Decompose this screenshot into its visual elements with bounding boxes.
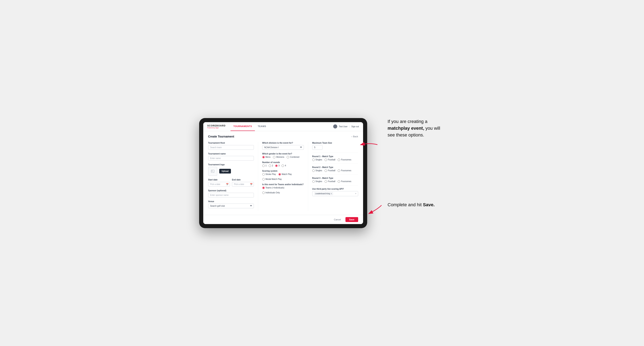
- round1-singles[interactable]: Singles: [312, 159, 322, 161]
- annotations: If you are creating a matchplay event, y…: [376, 118, 445, 220]
- page-wrapper: SCOREBOARD Powered by clippt TOURNAMENTS…: [199, 118, 445, 228]
- round-4[interactable]: 4: [282, 165, 286, 167]
- arrow-annotation-bottom: [367, 203, 384, 216]
- round-2[interactable]: 2: [268, 165, 273, 167]
- start-date-label: Start date: [208, 179, 230, 181]
- logo-title: SCOREBOARD: [207, 125, 226, 127]
- nav-tabs: TOURNAMENTS TEAMS: [230, 122, 333, 131]
- round3-match-type-section: Round 3 - Match Type Singles Fourball: [312, 177, 358, 183]
- logo-upload-area: Upload: [208, 167, 254, 176]
- separator-1: [312, 153, 358, 153]
- gender-radio-group: Mens Womens Combined: [262, 156, 304, 158]
- annotation-bottom: Complete and hit Save.: [388, 201, 445, 208]
- round2-fourball[interactable]: Fourball: [324, 170, 335, 172]
- separator-4: [312, 185, 358, 185]
- sponsor-section: Sponsor (optional): [208, 189, 254, 197]
- teams-option[interactable]: Teams (+Individuals): [262, 187, 284, 189]
- rounds-radio-group: 1 2 3: [262, 165, 304, 167]
- round1-label: Round 1 - Match Type: [312, 155, 358, 158]
- tournament-logo-label: Tournament logo: [208, 164, 254, 166]
- venue-section: Venue Search golf club: [208, 200, 254, 208]
- round1-match-type-section: Round 1 - Match Type Singles Fourball: [312, 155, 358, 161]
- rounds-label: Number of rounds: [262, 161, 304, 164]
- tournament-name-label: Tournament name: [208, 153, 254, 155]
- round2-singles[interactable]: Singles: [312, 170, 322, 172]
- save-button[interactable]: Save: [346, 217, 358, 222]
- teams-label: Is this event for Teams and/or Individua…: [262, 183, 304, 185]
- nav-bar: SCOREBOARD Powered by clippt TOURNAMENTS…: [203, 122, 363, 131]
- scoring-medal[interactable]: Medal Match Play: [262, 178, 282, 180]
- round2-match-type-section: Round 2 - Match Type Singles Fourball: [312, 166, 358, 172]
- end-date-section: End date 📅: [232, 179, 254, 187]
- annotation-top: If you are creating a matchplay event, y…: [388, 118, 445, 138]
- round3-label: Round 3 - Match Type: [312, 177, 358, 179]
- upload-button[interactable]: Upload: [219, 169, 231, 173]
- individuals-option[interactable]: Individuals Only: [262, 191, 280, 194]
- teams-radio-group: Teams (+Individuals) Individuals Only: [262, 187, 304, 194]
- api-dropdown-icon: ▾: [355, 192, 356, 194]
- round2-label: Round 2 - Match Type: [312, 166, 358, 169]
- tablet-device: SCOREBOARD Powered by clippt TOURNAMENTS…: [199, 118, 367, 228]
- round3-singles[interactable]: Singles: [312, 180, 322, 183]
- api-section: Use third-party live scoring API? Leader…: [312, 188, 358, 196]
- main-content: Create Tournament ‹ Back Tournament Host: [203, 131, 363, 215]
- tournament-logo-section: Tournament logo Upload: [208, 164, 254, 176]
- tournament-host-input[interactable]: [208, 145, 254, 150]
- sponsor-label: Sponsor (optional): [208, 189, 254, 192]
- scoring-label: Scoring system: [262, 170, 304, 172]
- tournament-host-label: Tournament Host: [208, 142, 254, 144]
- tab-teams[interactable]: TEAMS: [255, 122, 269, 131]
- footer-bar: Cancel Save: [203, 215, 363, 224]
- scoring-section: Scoring system Stroke Play Match Play: [262, 170, 304, 180]
- tournament-name-section: Tournament name: [208, 153, 254, 161]
- division-label: Which division is the event for?: [262, 142, 304, 144]
- round1-fourball[interactable]: Fourball: [324, 159, 335, 161]
- gender-mens[interactable]: Mens: [262, 156, 270, 158]
- max-team-size-section: Maximum Team Size: [312, 142, 358, 150]
- api-tag-close[interactable]: ×: [331, 192, 332, 195]
- nav-logo: SCOREBOARD Powered by clippt: [207, 125, 226, 129]
- division-section: Which division is the event for? NCAA Di…: [262, 142, 304, 150]
- nav-right: Test User | Sign out: [333, 124, 359, 129]
- scoring-stroke[interactable]: Stroke Play: [262, 173, 276, 175]
- round2-foursomes[interactable]: Foursomes: [338, 170, 351, 172]
- round-3[interactable]: 3: [275, 165, 280, 167]
- user-label: Test User: [339, 125, 348, 128]
- api-select[interactable]: Leaderboard King × ▾: [312, 191, 358, 196]
- page-header: Create Tournament ‹ Back: [208, 135, 358, 138]
- gender-womens[interactable]: Womens: [273, 156, 284, 158]
- round3-foursomes[interactable]: Foursomes: [338, 180, 351, 183]
- round-1[interactable]: 1: [262, 165, 267, 167]
- teams-section: Is this event for Teams and/or Individua…: [262, 183, 304, 194]
- tournament-host-section: Tournament Host: [208, 142, 254, 150]
- sponsor-input[interactable]: [208, 193, 254, 197]
- max-team-size-input[interactable]: [312, 145, 322, 150]
- venue-select[interactable]: Search golf club: [208, 204, 254, 208]
- back-link[interactable]: ‹ Back: [352, 135, 358, 138]
- calendar-icon: 📅: [226, 183, 228, 185]
- logo-sub: Powered by clippt: [207, 127, 226, 129]
- start-date-section: Start date 📅: [208, 179, 230, 187]
- round3-radio-group: Singles Fourball Foursomes: [312, 180, 358, 183]
- division-select[interactable]: NCAA Division I NCAA Division II NCAA Di…: [262, 145, 304, 150]
- api-tag: Leaderboard King ×: [314, 192, 333, 195]
- logo-placeholder: [208, 167, 217, 176]
- dates-section: Start date 📅 End date: [208, 179, 254, 187]
- tournament-name-input[interactable]: [208, 156, 254, 161]
- max-team-size-label: Maximum Team Size: [312, 142, 358, 144]
- tablet-screen: SCOREBOARD Powered by clippt TOURNAMENTS…: [203, 122, 363, 224]
- form-layout: Tournament Host Tournament name Tourname…: [208, 142, 358, 211]
- round3-fourball[interactable]: Fourball: [324, 180, 335, 183]
- separator-3: [312, 174, 358, 174]
- page-title: Create Tournament: [208, 135, 234, 138]
- sign-out-link[interactable]: Sign out: [352, 125, 359, 128]
- round1-foursomes[interactable]: Foursomes: [338, 159, 351, 161]
- cancel-button[interactable]: Cancel: [332, 217, 344, 222]
- gender-section: Which gender is the event for? Mens Wome…: [262, 153, 304, 158]
- tab-tournaments[interactable]: TOURNAMENTS: [230, 122, 255, 131]
- gender-combined[interactable]: Combined: [287, 156, 299, 158]
- gender-label: Which gender is the event for?: [262, 153, 304, 155]
- rounds-section: Number of rounds 1 2: [262, 161, 304, 167]
- scoring-match[interactable]: Match Play: [278, 173, 292, 175]
- right-column: Maximum Team Size Round 1 - Match Type S…: [308, 142, 358, 211]
